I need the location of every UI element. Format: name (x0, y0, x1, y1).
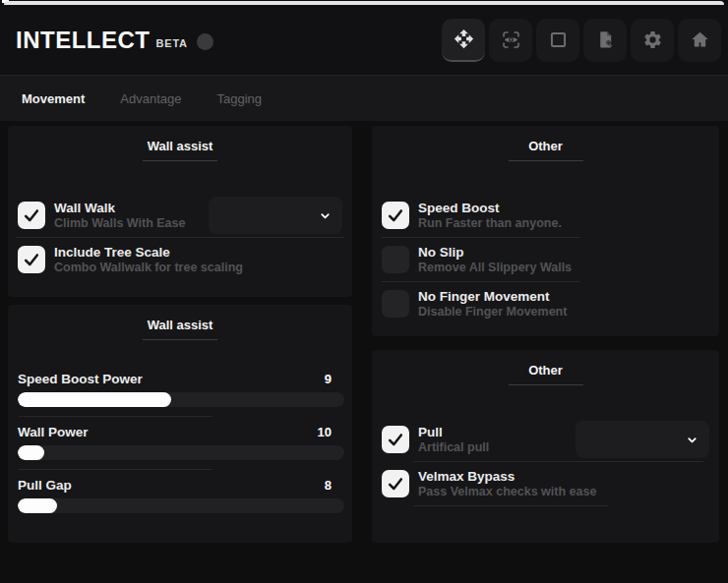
script-file-icon (595, 29, 616, 50)
row-desc: Remove All Slippery Walls (418, 261, 572, 275)
toggle-row-wall-walk: Wall Walk Climb Walls With Ease (8, 194, 352, 237)
row-label: Include Tree Scale (54, 245, 243, 261)
pull-checkbox[interactable] (382, 426, 409, 453)
slider-fill (18, 498, 57, 513)
chevron-down-icon (686, 434, 698, 446)
tab-movement[interactable]: Movement (22, 91, 85, 106)
panel-title: Other (372, 126, 719, 153)
tab-tagging[interactable]: Tagging (216, 91, 262, 106)
title-underline (143, 339, 217, 340)
chevron-down-icon (319, 209, 332, 222)
check-icon (386, 474, 405, 494)
slider-group-speed-boost-power: Speed Boost Power 9 (18, 372, 344, 407)
row-desc: Combo Wallwalk for tree scaling (54, 261, 243, 275)
check-icon (22, 205, 41, 225)
slider-fill (18, 392, 171, 407)
row-desc: Climb Walls With Ease (54, 216, 185, 231)
row-desc: Pass Velmax checks with ease (418, 485, 596, 499)
include-tree-scale-checkbox[interactable] (18, 246, 45, 273)
tab-bar: Movement Advantage Tagging (0, 75, 728, 121)
slider-label: Pull Gap (18, 478, 72, 493)
slider-label: Wall Power (18, 425, 89, 439)
row-text: No Finger Movement Disable Finger Moveme… (418, 289, 567, 320)
slider-group-pull-gap: Pull Gap 8 (18, 478, 344, 513)
panel-title: Wall assist (8, 126, 352, 153)
slider-divider (19, 416, 212, 417)
beta-badge: BETA (156, 37, 188, 49)
header: INTELLECT BETA (0, 5, 728, 75)
panel-other-pull: Other Pull Artifical pull (372, 350, 719, 543)
slider-value: 10 (318, 425, 332, 439)
row-label: No Finger Movement (418, 289, 567, 305)
pull-dropdown[interactable] (576, 421, 709, 458)
toggle-row-no-slip: No Slip Remove All Slippery Walls (372, 238, 719, 281)
row-divider (413, 505, 608, 506)
panel-title: Wall assist (8, 305, 352, 332)
check-icon (386, 430, 405, 449)
row-text: Pull Artifical pull (418, 425, 489, 455)
wall-walk-dropdown[interactable] (209, 197, 342, 234)
row-text: Velmax Bypass Pass Velmax checks with ea… (418, 469, 596, 499)
script-file-button[interactable] (583, 19, 627, 62)
aim-eye-button[interactable] (489, 19, 532, 62)
toggle-row-no-finger-movement: No Finger Movement Disable Finger Moveme… (372, 282, 719, 325)
app-title: INTELLECT (16, 27, 151, 54)
toggle-row-speed-boost: Speed Boost Run Faster than anyone. (372, 194, 719, 237)
settings-gear-icon (642, 29, 663, 50)
home-button[interactable] (678, 19, 721, 62)
check-icon (386, 205, 405, 225)
panel-other-toggles: Other Speed Boost Run Faster than anyone… (372, 126, 719, 336)
slider-fill (18, 445, 44, 460)
title-underline (509, 160, 583, 161)
check-icon (22, 250, 41, 269)
pull-gap-slider[interactable] (18, 498, 344, 513)
move-button[interactable] (442, 19, 485, 62)
esp-box-icon (548, 29, 569, 50)
slider-group-wall-power: Wall Power 10 (18, 425, 344, 460)
panel-wall-assist-sliders: Wall assist Speed Boost Power 9 Wall Pow… (8, 305, 352, 543)
home-icon (690, 29, 710, 50)
slider-divider (19, 469, 212, 470)
row-label: Velmax Bypass (418, 469, 596, 485)
move-icon (454, 29, 474, 49)
speed-boost-checkbox[interactable] (382, 202, 409, 229)
row-desc: Artifical pull (418, 440, 489, 455)
row-label: No Slip (418, 245, 572, 261)
speed-boost-power-slider[interactable] (18, 392, 344, 407)
slider-value: 8 (325, 478, 332, 493)
aim-eye-icon (501, 29, 521, 50)
settings-button[interactable] (631, 19, 674, 62)
wall-power-slider[interactable] (18, 445, 344, 460)
row-text: Speed Boost Run Faster than anyone. (418, 201, 562, 231)
velmax-bypass-checkbox[interactable] (382, 470, 409, 497)
panel-title: Other (372, 350, 719, 378)
row-label: Pull (418, 425, 489, 440)
title-underline (143, 160, 217, 161)
toggle-row-velmax-bypass: Velmax Bypass Pass Velmax checks with ea… (372, 462, 719, 505)
row-desc: Disable Finger Movement (418, 305, 567, 320)
brand: INTELLECT BETA (16, 27, 213, 54)
intellect-window: INTELLECT BETA (0, 0, 728, 583)
row-label: Wall Walk (54, 201, 185, 216)
row-text: Include Tree Scale Combo Wallwalk for tr… (54, 245, 243, 275)
tab-advantage[interactable]: Advantage (120, 91, 181, 106)
no-finger-movement-checkbox[interactable] (382, 290, 409, 318)
header-toolbar (442, 19, 721, 62)
wall-walk-checkbox[interactable] (18, 202, 45, 229)
panel-wall-assist-toggles: Wall assist Wall Walk Climb Walls With E… (8, 126, 352, 297)
title-underline (509, 384, 583, 385)
no-slip-checkbox[interactable] (382, 246, 409, 273)
slider-label: Speed Boost Power (18, 372, 143, 386)
status-dot (197, 33, 213, 50)
slider-value: 9 (325, 372, 332, 386)
row-text: Wall Walk Climb Walls With Ease (54, 201, 185, 231)
toggle-row-pull: Pull Artifical pull (372, 418, 719, 461)
toggle-row-include-tree-scale: Include Tree Scale Combo Wallwalk for tr… (8, 238, 352, 281)
esp-box-button[interactable] (536, 19, 579, 62)
row-label: Speed Boost (418, 201, 562, 216)
row-desc: Run Faster than anyone. (418, 216, 562, 231)
row-text: No Slip Remove All Slippery Walls (418, 245, 572, 275)
